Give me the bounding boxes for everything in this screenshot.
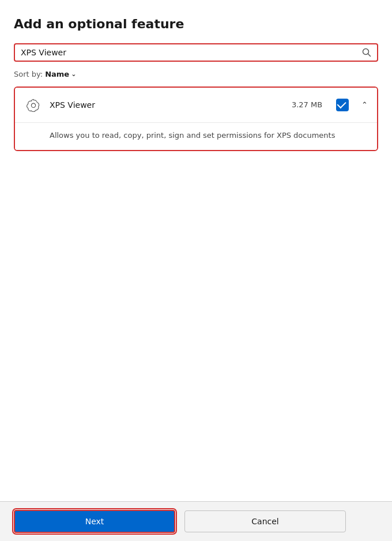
search-icon[interactable] bbox=[362, 48, 371, 57]
feature-description: Allows you to read, copy, print, sign an… bbox=[50, 130, 368, 141]
feature-details: Allows you to read, copy, print, sign an… bbox=[15, 123, 377, 151]
sort-label: Sort by: bbox=[14, 70, 43, 78]
expand-collapse-icon[interactable]: ⌃ bbox=[361, 100, 368, 109]
sort-dropdown[interactable]: Name ⌄ bbox=[45, 70, 76, 78]
feature-item-header[interactable]: XPS Viewer 3.27 MB ⌃ bbox=[15, 88, 377, 123]
feature-name: XPS Viewer bbox=[50, 100, 285, 110]
feature-size: 3.27 MB bbox=[292, 100, 322, 109]
search-input[interactable] bbox=[21, 48, 362, 57]
page-container: Add an optional feature Sort by: Name ⌄ bbox=[0, 0, 392, 501]
feature-checkbox[interactable] bbox=[336, 99, 349, 111]
svg-point-2 bbox=[31, 103, 35, 107]
chevron-down-icon: ⌄ bbox=[71, 70, 76, 78]
next-button[interactable]: Next bbox=[14, 510, 175, 533]
sort-row: Sort by: Name ⌄ bbox=[14, 70, 378, 78]
page-title: Add an optional feature bbox=[14, 16, 378, 33]
search-box bbox=[14, 43, 378, 62]
footer: Next Cancel bbox=[0, 501, 392, 541]
cancel-button[interactable]: Cancel bbox=[184, 510, 346, 532]
svg-line-1 bbox=[368, 54, 370, 56]
feature-icon bbox=[24, 96, 43, 114]
feature-list: XPS Viewer 3.27 MB ⌃ Allows you to read,… bbox=[14, 87, 378, 152]
spacer bbox=[14, 160, 378, 501]
sort-value-text: Name bbox=[45, 70, 69, 78]
